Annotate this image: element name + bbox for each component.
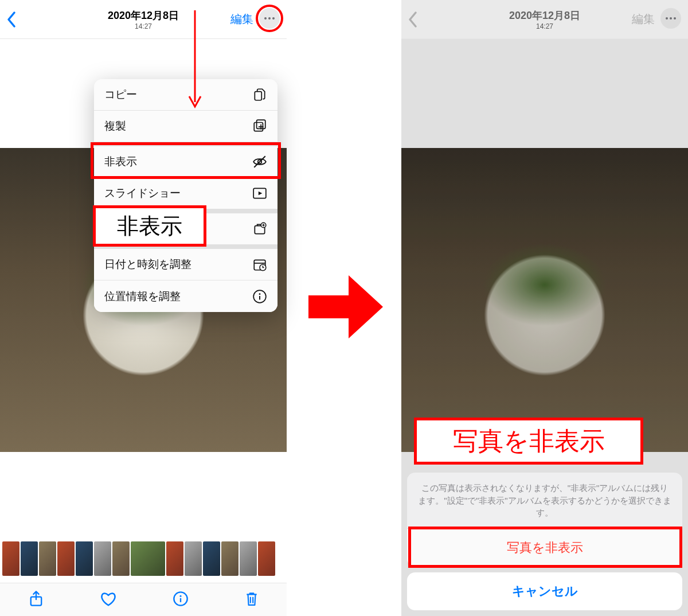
phone-left: 2020年12月8日 14:27 編集 コピー 複製 非表示 ス <box>0 0 287 616</box>
menu-adjust-date-label: 日付と時刻を調整 <box>104 257 191 272</box>
phone-right: 2020年12月8日 14:27 編集 写真を非表示 この写真は表示されなくなり… <box>401 0 688 616</box>
header: 2020年12月8日 14:27 編集 <box>0 0 287 39</box>
thumbnail[interactable] <box>166 541 183 576</box>
title-date: 2020年12月8日 <box>108 9 179 22</box>
thumbnail[interactable] <box>112 541 130 576</box>
thumbnail[interactable] <box>21 541 38 576</box>
favorite-button[interactable] <box>100 591 117 609</box>
trash-icon <box>244 590 259 607</box>
title-date: 2020年12月8日 <box>509 9 580 22</box>
sheet-message: この写真は表示されなくなりますが、"非表示"アルバムには残ります。"設定"で"非… <box>407 473 682 529</box>
back-button[interactable] <box>407 10 419 31</box>
thumbnail[interactable] <box>258 541 275 576</box>
edit-button[interactable]: 編集 <box>632 11 655 27</box>
menu-adjust-location[interactable]: 位置情報を調整 <box>94 280 277 312</box>
menu-duplicate-label: 複製 <box>104 119 126 134</box>
title-block: 2020年12月8日 14:27 <box>108 9 179 30</box>
flow-arrow <box>308 275 383 338</box>
menu-duplicate[interactable]: 複製 <box>94 111 277 146</box>
cancel-button[interactable]: キャンセル <box>407 572 682 610</box>
action-sheet: この写真は表示されなくなりますが、"非表示"アルバムには残ります。"設定"で"非… <box>407 473 682 610</box>
bottom-toolbar <box>0 583 287 616</box>
svg-point-15 <box>179 595 181 596</box>
header: 2020年12月8日 14:27 編集 <box>401 0 688 39</box>
thumbnail[interactable] <box>221 541 239 576</box>
heart-icon <box>100 591 117 607</box>
share-icon <box>28 590 44 607</box>
calendar-clock-icon <box>252 257 267 272</box>
menu-adjust-location-label: 位置情報を調整 <box>104 289 181 304</box>
menu-hide-label: 非表示 <box>104 154 137 169</box>
menu-adjust-date[interactable]: 日付と時刻を調整 <box>94 249 277 280</box>
photo-area: 写真を非表示 この写真は表示されなくなりますが、"非表示"アルバムには残ります。… <box>401 39 688 616</box>
thumbnail[interactable] <box>76 541 93 576</box>
thumbnail[interactable] <box>185 541 202 576</box>
photo-area: コピー 複製 非表示 スライドショー 日付と時刻を調整 <box>0 39 287 616</box>
ellipsis-icon <box>666 17 676 20</box>
hide-photo-button[interactable]: 写真を非表示 <box>407 529 682 567</box>
duplicate-icon <box>252 119 267 134</box>
album-add-icon <box>252 221 267 236</box>
edit-button[interactable]: 編集 <box>230 11 253 27</box>
info-button[interactable] <box>173 591 189 609</box>
title-block: 2020年12月8日 14:27 <box>509 9 580 30</box>
play-rect-icon <box>252 186 267 201</box>
ellipsis-icon <box>264 17 275 20</box>
thumbnail[interactable] <box>39 541 56 576</box>
eye-slash-icon <box>252 154 267 169</box>
more-button[interactable] <box>660 8 681 29</box>
menu-copy[interactable]: コピー <box>94 79 277 111</box>
thumbnail[interactable] <box>203 541 220 576</box>
svg-line-4 <box>254 156 265 167</box>
menu-hide[interactable]: 非表示 <box>94 146 277 178</box>
menu-copy-label: コピー <box>104 87 137 102</box>
title-time: 14:27 <box>108 22 179 30</box>
thumbnail-strip[interactable] <box>0 541 287 579</box>
copy-icon <box>252 87 267 102</box>
svg-rect-0 <box>255 92 261 100</box>
thumbnail[interactable] <box>2 541 19 576</box>
menu-slideshow-label: スライドショー <box>104 186 181 201</box>
menu-add-album[interactable] <box>94 213 277 249</box>
info-icon <box>252 289 267 304</box>
thumbnail[interactable] <box>240 541 257 576</box>
info-circle-icon <box>173 591 189 607</box>
thumbnail-current[interactable] <box>131 541 165 576</box>
back-button[interactable] <box>6 10 17 31</box>
more-button[interactable] <box>259 8 280 29</box>
delete-button[interactable] <box>244 590 259 610</box>
thumbnail[interactable] <box>57 541 75 576</box>
context-menu: コピー 複製 非表示 スライドショー 日付と時刻を調整 <box>94 79 277 312</box>
title-time: 14:27 <box>509 22 580 30</box>
thumbnail[interactable] <box>94 541 111 576</box>
menu-slideshow[interactable]: スライドショー <box>94 178 277 213</box>
sheet-block: この写真は表示されなくなりますが、"非表示"アルバムには残ります。"設定"で"非… <box>407 473 682 567</box>
share-button[interactable] <box>28 590 44 610</box>
svg-point-11 <box>259 293 261 295</box>
